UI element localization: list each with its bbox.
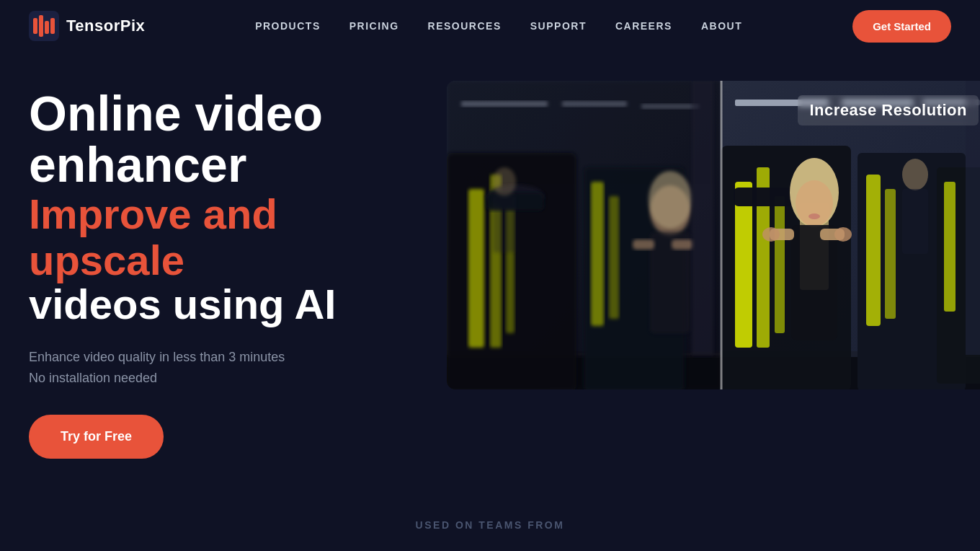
used-on-teams-text: USED ON TEAMS FROM	[416, 519, 565, 531]
nav-links: PRODUCTS PRICING RESOURCES SUPPORT CAREE…	[255, 19, 742, 32]
svg-rect-39	[885, 189, 896, 319]
svg-rect-2	[39, 15, 43, 37]
hero-content: Online video enhancer Improve and upscal…	[29, 74, 404, 459]
svg-rect-35	[775, 196, 785, 333]
nav-item-resources[interactable]: RESOURCES	[428, 19, 502, 32]
hero-title-orange: Improve and upscale	[29, 191, 404, 283]
nav-item-careers[interactable]: CAREERS	[615, 19, 672, 32]
svg-rect-57	[692, 81, 713, 355]
gym-scene-svg	[447, 81, 980, 389]
hero-title-line3: videos using AI	[29, 283, 404, 327]
nav-item-pricing[interactable]: PRICING	[349, 19, 399, 32]
logo-icon	[29, 11, 59, 41]
svg-rect-56	[447, 81, 721, 389]
svg-rect-38	[866, 175, 881, 326]
video-preview: Increase Resolution	[447, 81, 980, 389]
svg-rect-36	[734, 188, 795, 206]
hero-video-area: Increase Resolution	[447, 81, 980, 389]
hero-title-line1: Online video	[29, 88, 404, 139]
hero-description: Enhance video quality in less than 3 min…	[29, 347, 404, 389]
svg-point-54	[902, 159, 928, 190]
svg-rect-33	[735, 182, 752, 348]
logo[interactable]: TensorPix	[29, 11, 145, 41]
try-for-free-button[interactable]: Try for Free	[29, 415, 164, 459]
hero-desc-line2: No installation needed	[29, 371, 157, 385]
svg-point-44	[796, 180, 833, 226]
nav-item-about[interactable]: ABOUT	[701, 19, 742, 32]
get-started-button[interactable]: Get Started	[852, 10, 951, 43]
svg-rect-46	[791, 225, 837, 340]
hero-title-line2: enhancer	[29, 139, 404, 190]
svg-point-49	[762, 227, 780, 242]
svg-point-45	[808, 213, 820, 219]
hero-desc-line1: Enhance video quality in less than 3 min…	[29, 350, 285, 364]
svg-rect-4	[50, 18, 55, 34]
nav-item-products[interactable]: PRODUCTS	[255, 19, 321, 32]
video-label: Increase Resolution	[798, 95, 979, 125]
svg-rect-3	[45, 21, 49, 34]
svg-rect-55	[902, 189, 928, 254]
svg-rect-1	[33, 18, 37, 34]
nav-item-support[interactable]: SUPPORT	[530, 19, 587, 32]
hero-section: Online video enhancer Improve and upscal…	[0, 52, 980, 459]
svg-point-50	[834, 227, 852, 242]
navbar: TensorPix PRODUCTS PRICING RESOURCES SUP…	[0, 0, 980, 52]
svg-rect-41	[944, 182, 956, 312]
logo-text: TensorPix	[66, 17, 145, 35]
